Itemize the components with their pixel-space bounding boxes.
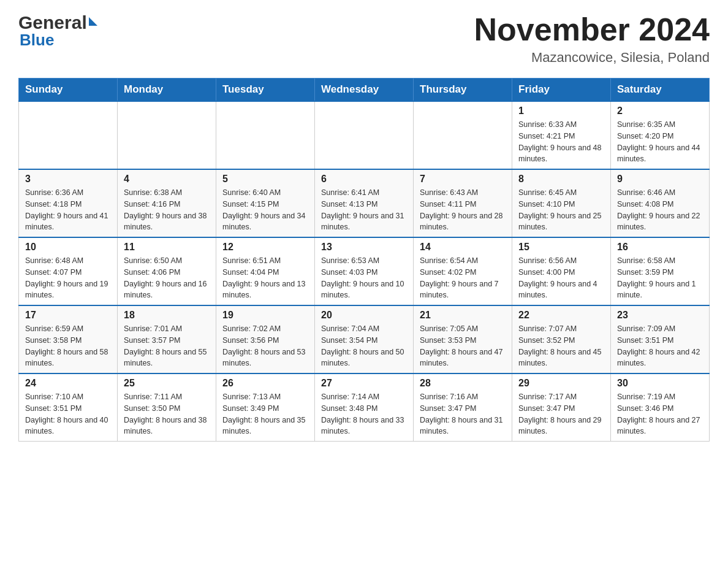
week-row-3: 10Sunrise: 6:48 AMSunset: 4:07 PMDayligh… xyxy=(19,237,710,305)
day-info: Sunrise: 7:10 AMSunset: 3:51 PMDaylight:… xyxy=(25,391,111,437)
day-number: 22 xyxy=(518,310,604,321)
day-number: 27 xyxy=(321,378,407,389)
day-number: 17 xyxy=(25,310,111,321)
calendar-cell: 16Sunrise: 6:58 AMSunset: 3:59 PMDayligh… xyxy=(611,237,710,305)
day-info: Sunrise: 7:16 AMSunset: 3:47 PMDaylight:… xyxy=(420,391,506,437)
week-row-4: 17Sunrise: 6:59 AMSunset: 3:58 PMDayligh… xyxy=(19,305,710,373)
day-info: Sunrise: 7:07 AMSunset: 3:52 PMDaylight:… xyxy=(518,323,604,369)
calendar-cell: 10Sunrise: 6:48 AMSunset: 4:07 PMDayligh… xyxy=(19,237,118,305)
day-number: 12 xyxy=(222,242,308,253)
calendar-cell: 1Sunrise: 6:33 AMSunset: 4:21 PMDaylight… xyxy=(512,101,611,169)
day-number: 30 xyxy=(617,378,703,389)
calendar-cell: 3Sunrise: 6:36 AMSunset: 4:18 PMDaylight… xyxy=(19,169,118,237)
day-info: Sunrise: 6:59 AMSunset: 3:58 PMDaylight:… xyxy=(25,323,111,369)
day-number: 16 xyxy=(617,242,703,253)
calendar-cell: 28Sunrise: 7:16 AMSunset: 3:47 PMDayligh… xyxy=(414,373,512,442)
location-text: Mazancowice, Silesia, Poland xyxy=(474,50,710,66)
calendar-cell: 14Sunrise: 6:54 AMSunset: 4:02 PMDayligh… xyxy=(414,237,512,305)
day-number: 26 xyxy=(222,378,308,389)
calendar-cell: 26Sunrise: 7:13 AMSunset: 3:49 PMDayligh… xyxy=(216,373,315,442)
day-info: Sunrise: 7:05 AMSunset: 3:53 PMDaylight:… xyxy=(420,323,506,369)
calendar-cell: 4Sunrise: 6:38 AMSunset: 4:16 PMDaylight… xyxy=(118,169,216,237)
calendar-cell: 19Sunrise: 7:02 AMSunset: 3:56 PMDayligh… xyxy=(216,305,315,373)
day-number: 11 xyxy=(124,242,210,253)
logo-arrow-icon xyxy=(89,17,97,26)
day-number: 29 xyxy=(518,378,604,389)
day-number: 18 xyxy=(124,310,210,321)
day-number: 4 xyxy=(124,174,210,185)
calendar-cell: 5Sunrise: 6:40 AMSunset: 4:15 PMDaylight… xyxy=(216,169,315,237)
day-info: Sunrise: 7:17 AMSunset: 3:47 PMDaylight:… xyxy=(518,391,604,437)
calendar-cell: 30Sunrise: 7:19 AMSunset: 3:46 PMDayligh… xyxy=(611,373,710,442)
calendar-cell: 29Sunrise: 7:17 AMSunset: 3:47 PMDayligh… xyxy=(512,373,611,442)
calendar-cell: 6Sunrise: 6:41 AMSunset: 4:13 PMDaylight… xyxy=(315,169,414,237)
title-block: November 2024 Mazancowice, Silesia, Pola… xyxy=(474,12,710,66)
calendar-cell: 8Sunrise: 6:45 AMSunset: 4:10 PMDaylight… xyxy=(512,169,611,237)
day-info: Sunrise: 6:51 AMSunset: 4:04 PMDaylight:… xyxy=(222,255,308,301)
weekday-header-row: Sunday Monday Tuesday Wednesday Thursday… xyxy=(19,79,710,102)
day-info: Sunrise: 6:43 AMSunset: 4:11 PMDaylight:… xyxy=(420,187,506,233)
day-number: 20 xyxy=(321,310,407,321)
header-friday: Friday xyxy=(512,79,611,102)
week-row-2: 3Sunrise: 6:36 AMSunset: 4:18 PMDaylight… xyxy=(19,169,710,237)
day-info: Sunrise: 7:01 AMSunset: 3:57 PMDaylight:… xyxy=(124,323,210,369)
calendar-cell: 7Sunrise: 6:43 AMSunset: 4:11 PMDaylight… xyxy=(414,169,512,237)
day-info: Sunrise: 7:11 AMSunset: 3:50 PMDaylight:… xyxy=(124,391,210,437)
calendar-cell: 18Sunrise: 7:01 AMSunset: 3:57 PMDayligh… xyxy=(118,305,216,373)
day-info: Sunrise: 7:14 AMSunset: 3:48 PMDaylight:… xyxy=(321,391,407,437)
header-wednesday: Wednesday xyxy=(315,79,414,102)
day-number: 19 xyxy=(222,310,308,321)
day-number: 23 xyxy=(617,310,703,321)
day-info: Sunrise: 6:45 AMSunset: 4:10 PMDaylight:… xyxy=(518,187,604,233)
calendar-cell: 2Sunrise: 6:35 AMSunset: 4:20 PMDaylight… xyxy=(611,101,710,169)
week-row-5: 24Sunrise: 7:10 AMSunset: 3:51 PMDayligh… xyxy=(19,373,710,442)
day-number: 3 xyxy=(25,174,111,185)
day-number: 7 xyxy=(420,174,506,185)
day-info: Sunrise: 7:09 AMSunset: 3:51 PMDaylight:… xyxy=(617,323,703,369)
day-info: Sunrise: 6:58 AMSunset: 3:59 PMDaylight:… xyxy=(617,255,703,301)
header-tuesday: Tuesday xyxy=(216,79,315,102)
calendar-cell: 11Sunrise: 6:50 AMSunset: 4:06 PMDayligh… xyxy=(118,237,216,305)
page-header: General Blue November 2024 Mazancowice, … xyxy=(18,12,710,66)
day-number: 21 xyxy=(420,310,506,321)
day-number: 15 xyxy=(518,242,604,253)
logo-blue-text: Blue xyxy=(18,31,97,50)
calendar-cell: 25Sunrise: 7:11 AMSunset: 3:50 PMDayligh… xyxy=(118,373,216,442)
header-saturday: Saturday xyxy=(611,79,710,102)
day-number: 10 xyxy=(25,242,111,253)
calendar-cell: 12Sunrise: 6:51 AMSunset: 4:04 PMDayligh… xyxy=(216,237,315,305)
calendar-cell xyxy=(315,101,414,169)
day-info: Sunrise: 7:13 AMSunset: 3:49 PMDaylight:… xyxy=(222,391,308,437)
day-info: Sunrise: 7:04 AMSunset: 3:54 PMDaylight:… xyxy=(321,323,407,369)
day-number: 1 xyxy=(518,105,604,117)
day-number: 14 xyxy=(420,242,506,253)
calendar-cell: 24Sunrise: 7:10 AMSunset: 3:51 PMDayligh… xyxy=(19,373,118,442)
day-number: 2 xyxy=(617,105,703,117)
calendar-cell: 22Sunrise: 7:07 AMSunset: 3:52 PMDayligh… xyxy=(512,305,611,373)
calendar-cell: 15Sunrise: 6:56 AMSunset: 4:00 PMDayligh… xyxy=(512,237,611,305)
calendar-cell: 17Sunrise: 6:59 AMSunset: 3:58 PMDayligh… xyxy=(19,305,118,373)
day-number: 24 xyxy=(25,378,111,389)
calendar-cell xyxy=(216,101,315,169)
header-monday: Monday xyxy=(118,79,216,102)
header-sunday: Sunday xyxy=(19,79,118,102)
logo-general-text: General xyxy=(18,12,87,33)
week-row-1: 1Sunrise: 6:33 AMSunset: 4:21 PMDaylight… xyxy=(19,101,710,169)
month-title: November 2024 xyxy=(474,12,710,47)
header-thursday: Thursday xyxy=(414,79,512,102)
day-info: Sunrise: 6:46 AMSunset: 4:08 PMDaylight:… xyxy=(617,187,703,233)
day-number: 25 xyxy=(124,378,210,389)
day-info: Sunrise: 6:36 AMSunset: 4:18 PMDaylight:… xyxy=(25,187,111,233)
day-number: 28 xyxy=(420,378,506,389)
calendar-cell: 13Sunrise: 6:53 AMSunset: 4:03 PMDayligh… xyxy=(315,237,414,305)
day-info: Sunrise: 6:35 AMSunset: 4:20 PMDaylight:… xyxy=(617,119,703,165)
day-number: 8 xyxy=(518,174,604,185)
logo: General Blue xyxy=(18,12,97,50)
calendar-cell xyxy=(19,101,118,169)
day-number: 5 xyxy=(222,174,308,185)
calendar-cell: 21Sunrise: 7:05 AMSunset: 3:53 PMDayligh… xyxy=(414,305,512,373)
calendar-cell: 20Sunrise: 7:04 AMSunset: 3:54 PMDayligh… xyxy=(315,305,414,373)
day-info: Sunrise: 6:33 AMSunset: 4:21 PMDaylight:… xyxy=(518,119,604,165)
day-info: Sunrise: 6:53 AMSunset: 4:03 PMDaylight:… xyxy=(321,255,407,301)
day-number: 9 xyxy=(617,174,703,185)
